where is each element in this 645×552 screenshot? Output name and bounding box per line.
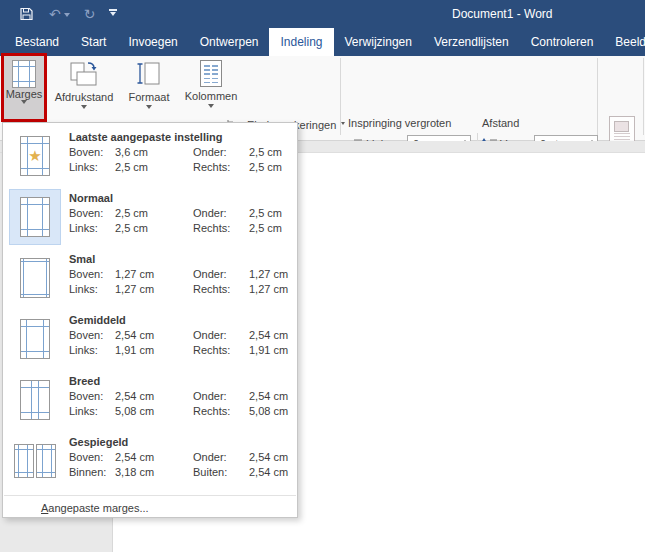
tab-verwijzingen[interactable]: Verwijzingen	[334, 28, 423, 56]
orientation-button[interactable]: Afdrukstand	[50, 57, 118, 120]
orientation-icon	[68, 60, 100, 88]
chevron-down-icon	[208, 104, 214, 111]
margins-moderate-icon	[20, 319, 50, 359]
title-bar: ↶ ↻ Document1 - Word	[0, 0, 645, 28]
spacing-header: Afstand	[482, 117, 519, 129]
margin-option-gemiddeld[interactable]: Gemiddeld Boven:2,54 cmOnder:2,54 cm Lin…	[3, 311, 297, 370]
margins-button[interactable]: Marges	[4, 56, 44, 119]
margin-option-normaal[interactable]: Normaal Boven:2,5 cmOnder:2,5 cm Links:2…	[3, 189, 297, 248]
chevron-down-icon	[341, 122, 345, 128]
tab-indeling[interactable]: Indeling	[269, 28, 333, 56]
group-separator	[643, 58, 644, 135]
margins-mirrored-icon	[14, 444, 56, 478]
position-icon	[609, 116, 635, 144]
margins-laststyle-star-icon	[20, 136, 50, 176]
save-icon[interactable]	[18, 7, 35, 21]
tab-bestand[interactable]: Bestand	[4, 28, 70, 56]
chevron-down-icon	[21, 100, 27, 107]
indent-header: Inspringing vergroten	[348, 117, 451, 129]
annotation-highlight: Marges	[1, 53, 47, 122]
margins-normal-icon	[20, 197, 50, 237]
redo-icon[interactable]: ↻	[84, 0, 96, 28]
margin-option-breed[interactable]: Breed Boven:2,54 cmOnder:2,54 cm Links:5…	[3, 372, 297, 431]
tab-ontwerpen[interactable]: Ontwerpen	[189, 28, 270, 56]
margin-option-values: Boven:3,6 cmOnder:2,5 cm Links:2,5 cmRec…	[69, 145, 311, 175]
margin-option-title: Gespiegeld	[69, 435, 128, 449]
margin-option-laatste-aangepaste-instelling[interactable]: Laatste aangepaste instelling Boven:3,6 …	[3, 128, 297, 187]
selected-option-highlight	[9, 189, 61, 245]
customize-quick-access-icon[interactable]	[109, 9, 117, 19]
margins-dropdown-menu: Laatste aangepaste instelling Boven:3,6 …	[2, 122, 298, 518]
columns-button[interactable]: Kolommen	[180, 57, 242, 120]
page-size-button-label: Formaat	[129, 91, 170, 103]
tab-start[interactable]: Start	[70, 28, 117, 56]
margins-narrow-icon	[20, 258, 50, 298]
margin-option-title: Breed	[69, 374, 100, 388]
margins-button-label: Marges	[6, 88, 43, 100]
margin-option-title: Gemiddeld	[69, 313, 126, 327]
undo-dropdown-icon[interactable]	[64, 13, 70, 20]
undo-icon[interactable]: ↶	[49, 0, 61, 28]
ribbon-tabs: Bestand Start Invoegen Ontwerpen Indelin…	[0, 28, 645, 56]
word-window: ↶ ↻ Document1 - Word Bestand Start Invoe…	[0, 0, 645, 552]
tab-verzendlijsten[interactable]: Verzendlijsten	[423, 28, 520, 56]
page-size-button[interactable]: Formaat	[120, 57, 178, 120]
tab-beeld[interactable]: Beeld	[604, 28, 645, 56]
quick-access-toolbar: ↶ ↻	[18, 0, 117, 28]
chevron-down-icon	[81, 105, 87, 112]
margin-option-title: Laatste aangepaste instelling	[69, 130, 222, 144]
custom-margins-item[interactable]: Aangepaste marges...	[41, 500, 149, 516]
columns-button-label: Kolommen	[185, 90, 238, 102]
margin-option-smal[interactable]: Smal Boven:1,27 cmOnder:1,27 cm Links:1,…	[3, 250, 297, 309]
menu-separator	[4, 495, 296, 496]
window-title: Document1 - Word	[452, 0, 552, 28]
margin-option-values: Boven:2,54 cmOnder:2,54 cm Links:5,08 cm…	[69, 389, 311, 419]
group-separator	[597, 58, 598, 135]
tab-invoegen[interactable]: Invoegen	[117, 28, 188, 56]
margin-option-values: Boven:1,27 cmOnder:1,27 cm Links:1,27 cm…	[69, 267, 311, 297]
columns-icon	[200, 60, 222, 87]
chevron-down-icon	[146, 105, 152, 112]
page-size-icon	[136, 60, 162, 88]
margin-option-values: Boven:2,5 cmOnder:2,5 cm Links:2,5 cmRec…	[69, 206, 311, 236]
custom-margins-label: angepaste marges...	[48, 502, 148, 514]
group-separator	[340, 58, 341, 135]
margin-option-title: Smal	[69, 252, 95, 266]
tab-controleren[interactable]: Controleren	[520, 28, 605, 56]
margin-option-title: Normaal	[69, 191, 113, 205]
star-icon	[21, 137, 49, 175]
margin-option-gespiegeld[interactable]: Gespiegeld Boven:2,54 cmOnder:2,54 cm Bi…	[3, 433, 297, 492]
margin-option-values: Boven:2,54 cmOnder:2,54 cm Binnen:3,18 c…	[69, 450, 311, 480]
margin-option-values: Boven:2,54 cmOnder:2,54 cm Links:1,91 cm…	[69, 328, 311, 358]
margins-icon	[12, 60, 36, 88]
margins-wide-icon	[20, 380, 50, 420]
orientation-button-label: Afdrukstand	[55, 91, 114, 103]
